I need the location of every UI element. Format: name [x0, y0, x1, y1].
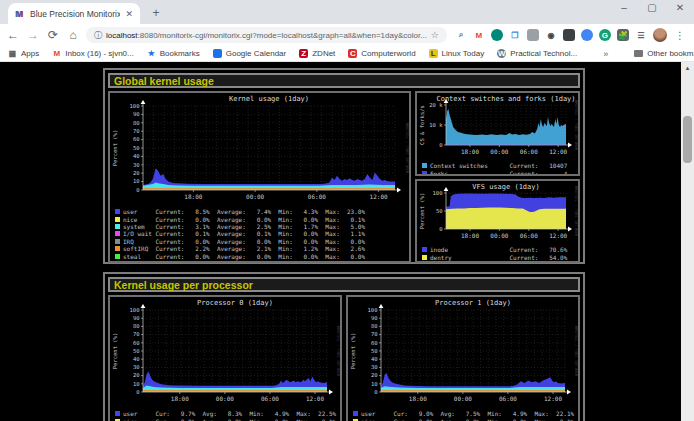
svg-text:06:00: 06:00: [499, 395, 517, 402]
legend-text: user Cur: 9.0% Avg: 7.5% Min: 4.9% Max: …: [361, 410, 574, 417]
url-domain: localhost: [106, 31, 138, 40]
legend-text: dentry Current: 54.0%: [430, 254, 567, 261]
other-bookmarks[interactable]: Other bookmarks: [634, 49, 694, 58]
star-icon: ★: [147, 49, 156, 58]
svg-text:RRDTOOL / TOBI OETIKER: RRDTOOL / TOBI OETIKER: [574, 100, 578, 151]
kernel-usage-legend: user Current: 8.5% Average: 7.4% Min: 4.…: [110, 207, 409, 263]
svg-text:06:00: 06:00: [520, 148, 538, 155]
new-tab-button[interactable]: +: [148, 6, 164, 22]
vfs-usage-graph[interactable]: 05010018:0000:0006:0012:00VFS usage (1da…: [415, 179, 580, 263]
kernel-usage-graph[interactable]: 010203040506070809010018:0000:0006:0012:…: [108, 91, 411, 263]
kernel-usage-chart: 010203040506070809010018:0000:0006:0012:…: [110, 93, 409, 203]
url-bar[interactable]: ⓘ localhost:8080/monitorix-cgi/monitorix…: [86, 27, 447, 43]
legend-swatch: [422, 255, 427, 260]
grammarly-icon[interactable]: G: [599, 29, 611, 41]
svg-text:30: 30: [133, 364, 140, 370]
bookmark-bookmarks[interactable]: ★Bookmarks: [147, 49, 200, 58]
copy-pages-icon[interactable]: ❐: [509, 29, 521, 41]
svg-text:00:00: 00:00: [454, 395, 472, 402]
gmail-icon[interactable]: M: [473, 29, 485, 41]
maximize-icon[interactable]: ▢: [646, 2, 658, 13]
svg-text:30: 30: [133, 162, 140, 168]
close-icon[interactable]: ✕: [674, 2, 686, 13]
svg-text:RRDTOOL / TOBI OETIKER: RRDTOOL / TOBI OETIKER: [336, 326, 340, 377]
svg-text:40: 40: [133, 153, 140, 159]
linux-today-icon: L: [429, 49, 438, 58]
svg-text:60: 60: [371, 340, 378, 346]
vertical-scrollbar[interactable]: ▲: [681, 62, 694, 421]
processor-0-graph[interactable]: 010203040506070809010018:0000:0006:0012:…: [108, 295, 342, 421]
meet-icon[interactable]: [491, 29, 503, 41]
svg-text:00:00: 00:00: [490, 148, 508, 155]
browser-menu-icon[interactable]: ⋮: [675, 30, 685, 41]
legend-swatch: [115, 217, 120, 222]
bookmark-star-icon[interactable]: ☆: [431, 30, 439, 40]
svg-text:Processor 1 (1day): Processor 1 (1day): [435, 299, 511, 307]
minimize-icon[interactable]: –: [618, 2, 630, 13]
svg-text:VFS usage (1day): VFS usage (1day): [472, 183, 539, 191]
svg-text:00:00: 00:00: [490, 232, 508, 239]
url-text: localhost:8080/monitorix-cgi/monitorix.c…: [106, 31, 427, 40]
bookmark-google-calendar[interactable]: Google Calendar: [213, 49, 286, 58]
legend-row-forks: Forks Current: 4: [422, 169, 578, 176]
blue-oval-icon[interactable]: [581, 29, 593, 41]
svg-text:10: 10: [371, 381, 378, 387]
svg-text:80: 80: [133, 120, 140, 126]
tab-title: Blue Precision Monitorix: [30, 9, 120, 19]
gray-ext-icon[interactable]: [527, 29, 539, 41]
apps-grid-icon: ▦: [8, 49, 17, 58]
svg-text:80: 80: [133, 323, 140, 329]
bookmark-zdnet[interactable]: ZZDNet: [299, 49, 335, 58]
legend-row-i-o-wait: I/O wait Current: 0.1% Average: 0.1% Min…: [115, 230, 409, 237]
legend-text: guest Current: 0.0% Average: 0.0% Min: 0…: [123, 260, 365, 263]
dark-ext-icon[interactable]: [563, 29, 575, 41]
bookmark-linux-today[interactable]: LLinux Today: [429, 49, 485, 58]
svg-text:06:00: 06:00: [520, 232, 538, 239]
extensions-puzzle-icon[interactable]: 🧩: [617, 29, 629, 41]
legend-row-nice: nice Cur: 0.0% Avg: 0.0% Min: 0.0% Max: …: [353, 417, 578, 421]
forward-icon[interactable]: →: [26, 28, 40, 42]
scrollbar-thumb[interactable]: [683, 116, 692, 163]
legend-row-softirq: softIRQ Current: 2.2% Average: 2.1% Min:…: [115, 245, 409, 252]
bookmarks-overflow-icon[interactable]: »: [603, 49, 608, 59]
svg-text:90: 90: [133, 315, 140, 321]
window-controls: – ▢ ✕: [618, 2, 686, 13]
bookmark-computerworld[interactable]: CComputerworld: [348, 49, 415, 58]
processor-1-graph[interactable]: 010203040506070809010018:0000:0006:0012:…: [346, 295, 580, 421]
bookmark-apps[interactable]: ▦Apps: [8, 49, 39, 58]
tab-blue-precision-monitorix[interactable]: M Blue Precision Monitorix ✕: [8, 3, 140, 24]
back-icon[interactable]: ←: [6, 28, 20, 42]
legend-text: steal Current: 0.0% Average: 0.0% Min: 0…: [123, 253, 365, 260]
legend-swatch: [115, 254, 120, 259]
section-global-kernel-usage: Global kernel usage 01020304050607080901…: [103, 68, 585, 264]
svg-text:70: 70: [133, 128, 140, 134]
legend-row-irq: IRQ Current: 0.0% Average: 0.0% Min: 0.0…: [115, 238, 409, 245]
reload-icon[interactable]: ⟳: [46, 28, 60, 42]
monitorix-favicon: M: [15, 9, 25, 19]
bookmark-practical-technol-[interactable]: WPractical Technol...: [497, 49, 577, 58]
context-switches-legend: Context switches Current: 10407Forks Cur…: [417, 161, 578, 176]
context-switches-graph[interactable]: 010 k20 k18:0000:0006:0012:00Context swi…: [415, 91, 580, 176]
page-info-icon[interactable]: ⓘ: [94, 30, 102, 41]
svg-text:10: 10: [133, 381, 140, 387]
bookmark-inbox-16-sjvn0-[interactable]: MInbox (16) - sjvn0...: [52, 49, 133, 58]
legend-row-nice: nice Current: 0.0% Average: 0.0% Min: 0.…: [115, 215, 409, 222]
svg-text:12:00: 12:00: [549, 232, 567, 239]
processor-1-chart: 010203040506070809010018:0000:0006:0012:…: [348, 297, 578, 405]
home-icon[interactable]: ⌂: [66, 28, 80, 42]
eye-icon[interactable]: ◉: [545, 29, 557, 41]
scroll-up-arrow-icon[interactable]: ▲: [681, 62, 694, 74]
tab-close-icon[interactable]: ✕: [125, 9, 133, 19]
legend-text: softIRQ Current: 2.2% Average: 2.1% Min:…: [123, 245, 365, 252]
bookmark-label: Practical Technol...: [510, 49, 577, 58]
svg-text:00:00: 00:00: [246, 193, 264, 200]
profile-avatar[interactable]: [653, 28, 667, 42]
section-title: Kernel usage per processor: [108, 277, 580, 292]
other-bookmarks-label: Other bookmarks: [647, 49, 694, 58]
tune-list-icon[interactable]: ☰: [635, 29, 647, 41]
legend-text: nice Cur: 0.0% Avg: 0.0% Min: 0.0% Max: …: [361, 418, 574, 421]
legend-text: nice Current: 0.0% Average: 0.0% Min: 0.…: [123, 216, 365, 223]
search-icon[interactable]: ⌕: [455, 29, 467, 41]
bookmark-label: ZDNet: [312, 49, 335, 58]
legend-row-user: user Cur: 9.7% Avg: 8.3% Min: 4.9% Max: …: [115, 410, 340, 417]
